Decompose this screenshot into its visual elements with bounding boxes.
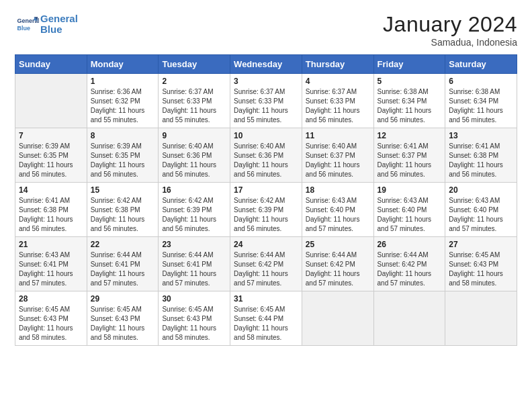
day-number: 2 bbox=[162, 77, 226, 86]
day-number: 18 bbox=[306, 185, 370, 195]
day-number: 4 bbox=[306, 77, 370, 86]
cell-info: Sunrise: 6:39 AMSunset: 6:35 PMDaylight:… bbox=[19, 142, 83, 179]
cell-info: Sunrise: 6:43 AMSunset: 6:40 PMDaylight:… bbox=[378, 196, 442, 234]
calendar-header: Sunday Monday Tuesday Wednesday Thursday… bbox=[15, 55, 517, 74]
calendar-cell: 7Sunrise: 6:39 AMSunset: 6:35 PMDaylight… bbox=[15, 128, 87, 183]
svg-text:Blue: Blue bbox=[17, 25, 31, 32]
day-number: 23 bbox=[162, 240, 226, 249]
calendar-cell: 11Sunrise: 6:40 AMSunset: 6:37 PMDayligh… bbox=[302, 128, 373, 183]
col-saturday: Saturday bbox=[445, 55, 517, 74]
cell-info: Sunrise: 6:41 AMSunset: 6:38 PMDaylight:… bbox=[449, 142, 513, 179]
day-number: 10 bbox=[234, 131, 298, 140]
calendar-cell: 23Sunrise: 6:44 AMSunset: 6:41 PMDayligh… bbox=[159, 237, 230, 291]
day-number: 25 bbox=[306, 240, 370, 249]
title-block: January 2024 Samadua, Indonesia bbox=[383, 12, 517, 48]
cell-info: Sunrise: 6:42 AMSunset: 6:38 PMDaylight:… bbox=[91, 196, 155, 234]
calendar-cell bbox=[373, 291, 445, 346]
calendar-cell: 8Sunrise: 6:39 AMSunset: 6:35 PMDaylight… bbox=[87, 128, 159, 183]
cell-info: Sunrise: 6:40 AMSunset: 6:37 PMDaylight:… bbox=[306, 142, 370, 179]
cell-info: Sunrise: 6:43 AMSunset: 6:41 PMDaylight:… bbox=[19, 250, 83, 288]
calendar-cell: 27Sunrise: 6:45 AMSunset: 6:43 PMDayligh… bbox=[445, 237, 517, 291]
calendar-table: Sunday Monday Tuesday Wednesday Thursday… bbox=[15, 54, 517, 346]
calendar-cell: 4Sunrise: 6:37 AMSunset: 6:33 PMDaylight… bbox=[302, 74, 373, 128]
cell-info: Sunrise: 6:43 AMSunset: 6:40 PMDaylight:… bbox=[306, 196, 370, 234]
cell-info: Sunrise: 6:44 AMSunset: 6:42 PMDaylight:… bbox=[306, 250, 370, 288]
calendar-cell: 22Sunrise: 6:44 AMSunset: 6:41 PMDayligh… bbox=[87, 237, 159, 291]
calendar-cell: 18Sunrise: 6:43 AMSunset: 6:40 PMDayligh… bbox=[302, 183, 373, 237]
calendar-cell: 17Sunrise: 6:42 AMSunset: 6:39 PMDayligh… bbox=[230, 183, 302, 237]
cell-info: Sunrise: 6:38 AMSunset: 6:34 PMDaylight:… bbox=[378, 87, 442, 125]
cell-info: Sunrise: 6:37 AMSunset: 6:33 PMDaylight:… bbox=[234, 87, 298, 125]
logo: General Blue General Blue bbox=[15, 12, 78, 36]
cell-info: Sunrise: 6:42 AMSunset: 6:39 PMDaylight:… bbox=[234, 196, 298, 234]
day-number: 1 bbox=[91, 77, 155, 86]
day-number: 7 bbox=[19, 131, 83, 140]
day-number: 20 bbox=[449, 185, 513, 195]
cell-info: Sunrise: 6:45 AMSunset: 6:43 PMDaylight:… bbox=[91, 305, 155, 342]
calendar-cell: 30Sunrise: 6:45 AMSunset: 6:43 PMDayligh… bbox=[159, 291, 230, 346]
calendar-cell: 2Sunrise: 6:37 AMSunset: 6:33 PMDaylight… bbox=[159, 74, 230, 128]
day-number: 3 bbox=[234, 77, 298, 86]
day-number: 16 bbox=[162, 185, 226, 195]
header-row: Sunday Monday Tuesday Wednesday Thursday… bbox=[15, 55, 517, 74]
calendar-cell: 1Sunrise: 6:36 AMSunset: 6:32 PMDaylight… bbox=[87, 74, 159, 128]
calendar-cell: 20Sunrise: 6:43 AMSunset: 6:40 PMDayligh… bbox=[445, 183, 517, 237]
calendar-cell: 3Sunrise: 6:37 AMSunset: 6:33 PMDaylight… bbox=[230, 74, 302, 128]
day-number: 28 bbox=[19, 294, 83, 304]
calendar-cell: 26Sunrise: 6:44 AMSunset: 6:42 PMDayligh… bbox=[373, 237, 445, 291]
header: General Blue General Blue January 2024 S… bbox=[15, 12, 517, 48]
cell-info: Sunrise: 6:41 AMSunset: 6:38 PMDaylight:… bbox=[19, 196, 83, 234]
day-number: 5 bbox=[378, 77, 442, 86]
day-number: 24 bbox=[234, 240, 298, 249]
calendar-cell: 13Sunrise: 6:41 AMSunset: 6:38 PMDayligh… bbox=[445, 128, 517, 183]
day-number: 19 bbox=[378, 185, 442, 195]
day-number: 15 bbox=[91, 185, 155, 195]
day-number: 12 bbox=[378, 131, 442, 140]
location-title: Samadua, Indonesia bbox=[383, 37, 517, 48]
cell-info: Sunrise: 6:45 AMSunset: 6:44 PMDaylight:… bbox=[234, 305, 298, 342]
calendar-week-4: 21Sunrise: 6:43 AMSunset: 6:41 PMDayligh… bbox=[15, 237, 517, 291]
col-tuesday: Tuesday bbox=[159, 55, 230, 74]
day-number: 27 bbox=[449, 240, 513, 249]
calendar-week-2: 7Sunrise: 6:39 AMSunset: 6:35 PMDaylight… bbox=[15, 128, 517, 183]
logo-blue: Blue bbox=[40, 24, 62, 35]
day-number: 21 bbox=[19, 240, 83, 249]
cell-info: Sunrise: 6:37 AMSunset: 6:33 PMDaylight:… bbox=[306, 87, 370, 125]
cell-info: Sunrise: 6:39 AMSunset: 6:35 PMDaylight:… bbox=[91, 142, 155, 179]
day-number: 14 bbox=[19, 185, 83, 195]
cell-info: Sunrise: 6:41 AMSunset: 6:37 PMDaylight:… bbox=[378, 142, 442, 179]
page: General Blue General Blue January 2024 S… bbox=[0, 0, 532, 411]
day-number: 11 bbox=[306, 131, 370, 140]
day-number: 29 bbox=[91, 294, 155, 304]
day-number: 13 bbox=[449, 131, 513, 140]
cell-info: Sunrise: 6:45 AMSunset: 6:43 PMDaylight:… bbox=[449, 250, 513, 288]
calendar-week-1: 1Sunrise: 6:36 AMSunset: 6:32 PMDaylight… bbox=[15, 74, 517, 128]
calendar-body: 1Sunrise: 6:36 AMSunset: 6:32 PMDaylight… bbox=[15, 74, 517, 346]
logo-icon: General Blue bbox=[15, 12, 39, 36]
col-sunday: Sunday bbox=[15, 55, 87, 74]
month-title: January 2024 bbox=[383, 12, 517, 37]
col-wednesday: Wednesday bbox=[230, 55, 302, 74]
calendar-cell bbox=[15, 74, 87, 128]
logo-general: General bbox=[40, 13, 78, 24]
calendar-cell: 25Sunrise: 6:44 AMSunset: 6:42 PMDayligh… bbox=[302, 237, 373, 291]
cell-info: Sunrise: 6:38 AMSunset: 6:34 PMDaylight:… bbox=[449, 87, 513, 125]
cell-info: Sunrise: 6:36 AMSunset: 6:32 PMDaylight:… bbox=[91, 87, 155, 125]
day-number: 26 bbox=[378, 240, 442, 249]
calendar-cell: 12Sunrise: 6:41 AMSunset: 6:37 PMDayligh… bbox=[373, 128, 445, 183]
calendar-cell bbox=[302, 291, 373, 346]
col-thursday: Thursday bbox=[302, 55, 373, 74]
calendar-cell: 16Sunrise: 6:42 AMSunset: 6:39 PMDayligh… bbox=[159, 183, 230, 237]
cell-info: Sunrise: 6:37 AMSunset: 6:33 PMDaylight:… bbox=[162, 87, 226, 125]
cell-info: Sunrise: 6:44 AMSunset: 6:41 PMDaylight:… bbox=[91, 250, 155, 288]
day-number: 8 bbox=[91, 131, 155, 140]
calendar-cell: 15Sunrise: 6:42 AMSunset: 6:38 PMDayligh… bbox=[87, 183, 159, 237]
calendar-cell: 5Sunrise: 6:38 AMSunset: 6:34 PMDaylight… bbox=[373, 74, 445, 128]
calendar-cell: 19Sunrise: 6:43 AMSunset: 6:40 PMDayligh… bbox=[373, 183, 445, 237]
day-number: 22 bbox=[91, 240, 155, 249]
col-monday: Monday bbox=[87, 55, 159, 74]
cell-info: Sunrise: 6:42 AMSunset: 6:39 PMDaylight:… bbox=[162, 196, 226, 234]
cell-info: Sunrise: 6:43 AMSunset: 6:40 PMDaylight:… bbox=[449, 196, 513, 234]
day-number: 31 bbox=[234, 294, 298, 304]
day-number: 17 bbox=[234, 185, 298, 195]
